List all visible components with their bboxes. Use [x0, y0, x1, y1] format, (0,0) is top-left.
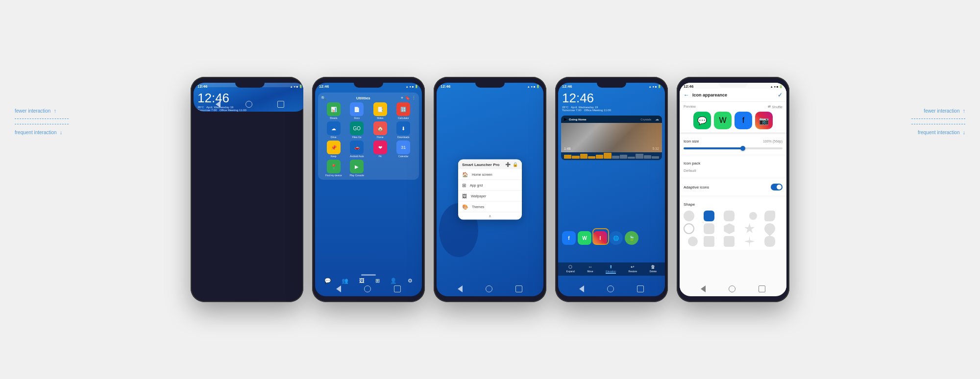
- phone-2-calendar: 31 Calendar: [393, 141, 415, 158]
- p4-globe-icon: 🌐: [609, 231, 623, 245]
- home-btn-3[interactable]: [486, 285, 492, 292]
- recent-btn-4[interactable]: [637, 285, 644, 292]
- menu-home-label: Home screen: [472, 173, 492, 176]
- phone-2-keep: 📌 Keep: [323, 141, 344, 158]
- shape-grid: [684, 211, 783, 247]
- icon-size-section: Icon size 100% (56dp): [680, 134, 786, 154]
- phone-1-screen: 12:46 ▲ ● ■ 🔋 12:46 28°C April, Wednesda…: [194, 83, 303, 112]
- phone-2-time: 12:46: [319, 84, 329, 89]
- icon-size-value: 100% (56dp): [763, 140, 783, 143]
- shape-circle-outline[interactable]: [684, 223, 694, 234]
- phone-5-screen: 12:46 ▲ ● ■ 🔋 ← Icon appareance ✓ Previe…: [680, 83, 786, 296]
- shape-section: Shape: [680, 197, 786, 250]
- shape-star[interactable]: [744, 223, 755, 234]
- shape-rounded-square[interactable]: [704, 211, 714, 221]
- back-btn-1[interactable]: [216, 101, 220, 108]
- phone-2-screen: 12:46 ▲ ● ■ 🔋 🔍 Utilities + 🔖 ⋮ 📊: [315, 83, 422, 296]
- shape-teardrop[interactable]: [762, 221, 777, 236]
- action-expand[interactable]: ⬡ Expand: [566, 264, 575, 274]
- action-elevation[interactable]: ⬆ Elevation: [606, 264, 616, 274]
- shape-squircle[interactable]: [724, 211, 735, 221]
- artist-name: Crystals: [640, 118, 651, 121]
- phone-3-menu-title: Smart Launcher Pro: [462, 162, 499, 166]
- recent-btn-3[interactable]: [515, 285, 522, 292]
- phone-2-docs: 📄 Docs: [346, 102, 368, 119]
- recent-btn-2[interactable]: [394, 285, 401, 292]
- soundcloud-icon: ☁: [655, 117, 659, 121]
- menu-themes[interactable]: 🎨 Themes: [458, 202, 522, 213]
- shape-hexagon[interactable]: [724, 223, 735, 234]
- delete-icon: 🗑: [651, 264, 655, 269]
- shape-label: Shape: [684, 202, 695, 207]
- preview-instagram: 📷: [755, 112, 773, 129]
- expand-label: Expand: [566, 270, 575, 273]
- icon-size-slider[interactable]: [684, 147, 783, 149]
- phone-5-header: ← Icon appareance ✓: [680, 89, 786, 102]
- time-total: 5:32: [652, 147, 659, 150]
- menu-lock-icon: 🔒: [513, 162, 518, 167]
- menu-home-screen[interactable]: 🏠 Home screen: [458, 169, 522, 180]
- shape-rect[interactable]: [704, 236, 714, 247]
- menu-app-grid[interactable]: ⊞ App grid: [458, 180, 522, 191]
- shape-rounded-2[interactable]: [704, 223, 714, 234]
- icon-size-label: Icon size: [684, 139, 699, 143]
- phone-4-nav: [558, 285, 665, 292]
- phone-2-widget-icon: ⊞: [375, 278, 380, 284]
- folder-bookmark-icon: 🔖: [405, 95, 410, 100]
- shape-circle-3[interactable]: [688, 237, 698, 246]
- back-btn-2[interactable]: [336, 285, 341, 292]
- up-arrow-icon: ↑: [53, 108, 56, 114]
- phone-2-image-icon: 🖼: [359, 278, 365, 284]
- back-btn-5[interactable]: [701, 285, 706, 292]
- confirm-button[interactable]: ✓: [778, 92, 783, 98]
- home-btn-5[interactable]: [729, 285, 735, 292]
- phone-3-context-menu: Smart Launcher Pro ➕ 🔒 🏠 Home screen ⊞ A…: [458, 160, 522, 220]
- phone-4-time: 12:46: [562, 84, 572, 89]
- back-btn-3[interactable]: [458, 285, 463, 292]
- phone-5-preview: Preview ⇄ Shuffle 💬 W f 📷: [680, 102, 786, 134]
- recent-btn-5[interactable]: [759, 285, 765, 292]
- themes-icon: 🎨: [462, 204, 468, 210]
- shape-circle[interactable]: [684, 211, 694, 221]
- expand-icon: ⬡: [568, 264, 572, 269]
- elevation-icon: ⬆: [609, 264, 613, 269]
- phone-4-waveform: [561, 152, 662, 160]
- phone-2-filesgo: GO Files Go: [346, 121, 368, 139]
- phone-2-folder-title: Utilities: [356, 96, 370, 100]
- phone-1-clock: 12:46 28°C April, Wednesday 19 Tomorrow …: [194, 89, 303, 112]
- shape-oval[interactable]: [764, 236, 775, 247]
- back-btn-4[interactable]: [579, 285, 584, 292]
- menu-themes-label: Themes: [472, 205, 484, 209]
- shape-small-circle[interactable]: [749, 212, 757, 220]
- home-btn-1[interactable]: [245, 101, 252, 108]
- action-move[interactable]: ↔ Move: [587, 264, 593, 274]
- shape-blob[interactable]: [764, 211, 775, 221]
- phone-2-calc: 🔢 Calculator: [393, 102, 415, 119]
- preview-icons-row: 💬 W f 📷: [684, 112, 783, 129]
- shuffle-button[interactable]: ⇄ Shuffle: [768, 105, 783, 109]
- wallpaper-icon: 🖼: [462, 193, 467, 199]
- phone-2-slides: 📑 Slides: [369, 102, 391, 119]
- panel-title: Icon appareance: [692, 93, 778, 97]
- fewer-interaction-label: fewer interaction: [15, 108, 50, 114]
- phone-2-playconsole: ▶ Play Console: [346, 160, 368, 177]
- phone-4-album-art: 5:32 1:48: [561, 123, 662, 152]
- home-btn-2[interactable]: [364, 285, 371, 292]
- home-btn-4[interactable]: [607, 285, 614, 292]
- shape-4star[interactable]: [744, 236, 755, 247]
- phone-2-drive: ☁ Drive: [323, 121, 344, 139]
- action-delete[interactable]: 🗑 Delete: [650, 264, 657, 274]
- action-restore[interactable]: ↩ Restore: [629, 264, 637, 274]
- shape-squircle-2[interactable]: [724, 236, 735, 247]
- phone-2-search-icon: 🔍: [321, 96, 326, 100]
- right-interaction-label: fewer interaction ↑ frequent interaction…: [911, 108, 965, 135]
- phone-4-time-display: 12:46: [562, 91, 661, 106]
- down-arrow-icon: ↓: [60, 129, 63, 135]
- menu-appgrid-label: App grid: [470, 184, 483, 187]
- recent-btn-1[interactable]: [277, 101, 284, 108]
- phone-2-app-grid: 📊 Sheets 📄 Docs 📑 Slides 🔢 Calculator: [321, 102, 416, 177]
- menu-wallpaper[interactable]: 🖼 Wallpaper: [458, 191, 522, 202]
- preview-wechat: 💬: [693, 112, 711, 129]
- adaptive-icons-toggle[interactable]: [771, 184, 783, 190]
- back-button[interactable]: ←: [684, 92, 689, 98]
